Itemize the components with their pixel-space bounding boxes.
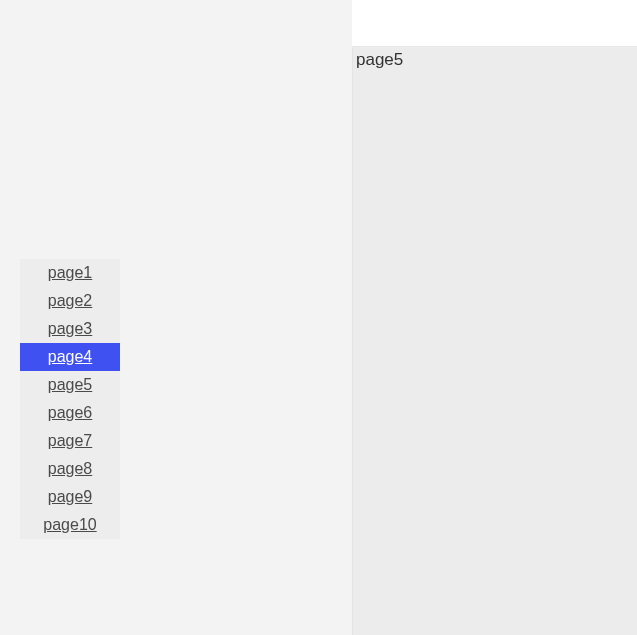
vertical-divider (352, 47, 353, 635)
page-list-item-7[interactable]: page7 (20, 427, 120, 455)
page-list-item-10[interactable]: page10 (20, 511, 120, 539)
page-list-item-4[interactable]: page4 (20, 343, 120, 371)
content-panel: page5 (352, 47, 637, 635)
page-list-item-2[interactable]: page2 (20, 287, 120, 315)
page-list-item-5[interactable]: page5 (20, 371, 120, 399)
content-panel-title: page5 (352, 47, 637, 73)
top-bar (352, 0, 637, 47)
page-list-item-9[interactable]: page9 (20, 483, 120, 511)
page-list-item-1[interactable]: page1 (20, 259, 120, 287)
page-list-item-8[interactable]: page8 (20, 455, 120, 483)
page-list-item-6[interactable]: page6 (20, 399, 120, 427)
page-list: page1 page2 page3 page4 page5 page6 page… (20, 259, 120, 539)
page-list-item-3[interactable]: page3 (20, 315, 120, 343)
